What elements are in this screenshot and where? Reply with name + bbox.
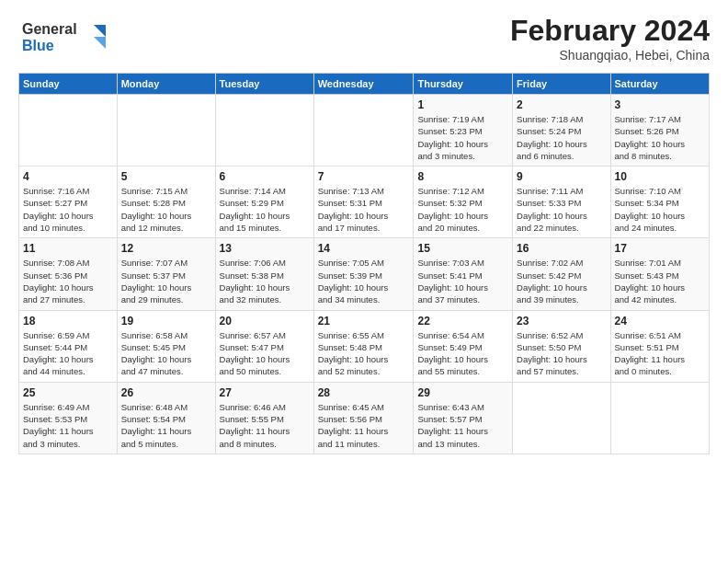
- calendar-cell: 2Sunrise: 7:18 AM Sunset: 5:24 PM Daylig…: [513, 95, 610, 167]
- col-saturday: Saturday: [610, 74, 709, 95]
- day-info: Sunrise: 6:54 AM Sunset: 5:49 PM Dayligh…: [417, 329, 508, 378]
- day-info: Sunrise: 7:11 AM Sunset: 5:33 PM Dayligh…: [517, 185, 606, 234]
- calendar-cell: 27Sunrise: 6:46 AM Sunset: 5:55 PM Dayli…: [215, 382, 313, 454]
- calendar-cell: 28Sunrise: 6:45 AM Sunset: 5:56 PM Dayli…: [313, 382, 414, 454]
- day-number: 27: [220, 386, 310, 399]
- day-info: Sunrise: 7:16 AM Sunset: 5:27 PM Dayligh…: [23, 185, 113, 234]
- svg-text:Blue: Blue: [22, 38, 54, 53]
- calendar-cell: 5Sunrise: 7:15 AM Sunset: 5:28 PM Daylig…: [117, 167, 215, 238]
- day-info: Sunrise: 7:02 AM Sunset: 5:42 PM Dayligh…: [517, 257, 606, 305]
- col-friday: Friday: [513, 74, 610, 95]
- day-number: 1: [417, 98, 508, 111]
- day-number: 12: [121, 242, 211, 255]
- location-subtitle: Shuangqiao, Hebei, China: [510, 48, 710, 63]
- day-info: Sunrise: 7:07 AM Sunset: 5:37 PM Dayligh…: [121, 257, 211, 305]
- day-info: Sunrise: 6:45 AM Sunset: 5:56 PM Dayligh…: [318, 401, 410, 450]
- svg-marker-3: [94, 37, 106, 49]
- col-wednesday: Wednesday: [313, 74, 414, 95]
- svg-text:General: General: [22, 21, 77, 37]
- day-info: Sunrise: 6:59 AM Sunset: 5:44 PM Dayligh…: [23, 329, 113, 378]
- calendar-cell: 14Sunrise: 7:05 AM Sunset: 5:39 PM Dayli…: [313, 238, 414, 310]
- day-number: 7: [318, 170, 410, 183]
- calendar-cell: [313, 95, 414, 167]
- day-info: Sunrise: 7:14 AM Sunset: 5:29 PM Dayligh…: [220, 185, 310, 234]
- calendar-cell: 11Sunrise: 7:08 AM Sunset: 5:36 PM Dayli…: [19, 238, 118, 310]
- calendar-week-0: 1Sunrise: 7:19 AM Sunset: 5:23 PM Daylig…: [19, 95, 710, 167]
- calendar-table: Sunday Monday Tuesday Wednesday Thursday…: [18, 73, 710, 454]
- calendar-cell: [215, 95, 313, 167]
- logo-content: General Blue: [18, 14, 119, 63]
- day-info: Sunrise: 7:06 AM Sunset: 5:38 PM Dayligh…: [220, 257, 310, 305]
- calendar-cell: 19Sunrise: 6:58 AM Sunset: 5:45 PM Dayli…: [117, 310, 215, 382]
- calendar-cell: 25Sunrise: 6:49 AM Sunset: 5:53 PM Dayli…: [19, 382, 118, 454]
- calendar-cell: [513, 382, 610, 454]
- day-number: 6: [220, 170, 310, 183]
- day-info: Sunrise: 6:52 AM Sunset: 5:50 PM Dayligh…: [517, 329, 606, 378]
- day-info: Sunrise: 6:58 AM Sunset: 5:45 PM Dayligh…: [121, 329, 211, 378]
- calendar-cell: [610, 382, 709, 454]
- day-number: 28: [318, 386, 410, 399]
- day-info: Sunrise: 6:43 AM Sunset: 5:57 PM Dayligh…: [417, 401, 508, 450]
- calendar-body: 1Sunrise: 7:19 AM Sunset: 5:23 PM Daylig…: [19, 95, 710, 454]
- day-number: 10: [615, 170, 705, 183]
- page-header: General Blue February 2024 Shuangqiao, H…: [18, 14, 710, 63]
- day-info: Sunrise: 7:18 AM Sunset: 5:24 PM Dayligh…: [517, 113, 606, 162]
- calendar-cell: 15Sunrise: 7:03 AM Sunset: 5:41 PM Dayli…: [414, 238, 513, 310]
- day-number: 17: [615, 242, 705, 255]
- svg-marker-2: [94, 25, 106, 37]
- day-info: Sunrise: 7:03 AM Sunset: 5:41 PM Dayligh…: [417, 257, 508, 305]
- day-number: 4: [23, 170, 113, 183]
- calendar-cell: 7Sunrise: 7:13 AM Sunset: 5:31 PM Daylig…: [313, 167, 414, 238]
- day-info: Sunrise: 7:17 AM Sunset: 5:26 PM Dayligh…: [615, 113, 705, 162]
- day-number: 5: [121, 170, 211, 183]
- day-info: Sunrise: 6:46 AM Sunset: 5:55 PM Dayligh…: [220, 401, 310, 450]
- day-number: 20: [220, 315, 310, 327]
- day-info: Sunrise: 7:19 AM Sunset: 5:23 PM Dayligh…: [417, 113, 508, 162]
- day-info: Sunrise: 7:15 AM Sunset: 5:28 PM Dayligh…: [121, 185, 211, 234]
- logo: General Blue: [18, 14, 119, 63]
- calendar-week-2: 11Sunrise: 7:08 AM Sunset: 5:36 PM Dayli…: [19, 238, 710, 310]
- day-number: 23: [517, 315, 606, 327]
- calendar-cell: 12Sunrise: 7:07 AM Sunset: 5:37 PM Dayli…: [117, 238, 215, 310]
- day-info: Sunrise: 7:01 AM Sunset: 5:43 PM Dayligh…: [615, 257, 705, 305]
- day-info: Sunrise: 6:49 AM Sunset: 5:53 PM Dayligh…: [23, 401, 113, 450]
- day-number: 19: [121, 315, 211, 327]
- day-number: 16: [517, 242, 606, 255]
- col-sunday: Sunday: [19, 74, 118, 95]
- col-monday: Monday: [117, 74, 215, 95]
- day-info: Sunrise: 6:51 AM Sunset: 5:51 PM Dayligh…: [615, 329, 705, 378]
- title-block: February 2024 Shuangqiao, Hebei, China: [510, 14, 710, 63]
- day-number: 15: [417, 242, 508, 255]
- day-info: Sunrise: 7:05 AM Sunset: 5:39 PM Dayligh…: [318, 257, 410, 305]
- calendar-cell: 8Sunrise: 7:12 AM Sunset: 5:32 PM Daylig…: [414, 167, 513, 238]
- calendar-week-3: 18Sunrise: 6:59 AM Sunset: 5:44 PM Dayli…: [19, 310, 710, 382]
- day-number: 21: [318, 315, 410, 327]
- page-container: General Blue February 2024 Shuangqiao, H…: [0, 0, 728, 464]
- calendar-week-1: 4Sunrise: 7:16 AM Sunset: 5:27 PM Daylig…: [19, 167, 710, 238]
- day-info: Sunrise: 6:57 AM Sunset: 5:47 PM Dayligh…: [220, 329, 310, 378]
- day-info: Sunrise: 7:10 AM Sunset: 5:34 PM Dayligh…: [615, 185, 705, 234]
- calendar-cell: 9Sunrise: 7:11 AM Sunset: 5:33 PM Daylig…: [513, 167, 610, 238]
- day-number: 25: [23, 386, 113, 399]
- calendar-cell: 23Sunrise: 6:52 AM Sunset: 5:50 PM Dayli…: [513, 310, 610, 382]
- calendar-cell: 13Sunrise: 7:06 AM Sunset: 5:38 PM Dayli…: [215, 238, 313, 310]
- month-title: February 2024: [510, 14, 710, 48]
- day-number: 9: [517, 170, 606, 183]
- calendar-cell: 6Sunrise: 7:14 AM Sunset: 5:29 PM Daylig…: [215, 167, 313, 238]
- day-info: Sunrise: 6:48 AM Sunset: 5:54 PM Dayligh…: [121, 401, 211, 450]
- calendar-cell: 10Sunrise: 7:10 AM Sunset: 5:34 PM Dayli…: [610, 167, 709, 238]
- calendar-week-4: 25Sunrise: 6:49 AM Sunset: 5:53 PM Dayli…: [19, 382, 710, 454]
- calendar-cell: 17Sunrise: 7:01 AM Sunset: 5:43 PM Dayli…: [610, 238, 709, 310]
- day-number: 24: [615, 315, 705, 327]
- calendar-cell: 29Sunrise: 6:43 AM Sunset: 5:57 PM Dayli…: [414, 382, 513, 454]
- day-number: 18: [23, 315, 113, 327]
- col-thursday: Thursday: [414, 74, 513, 95]
- calendar-cell: [19, 95, 118, 167]
- logo-svg: General Blue: [18, 14, 119, 60]
- header-row: Sunday Monday Tuesday Wednesday Thursday…: [19, 74, 710, 95]
- day-info: Sunrise: 6:55 AM Sunset: 5:48 PM Dayligh…: [318, 329, 410, 378]
- day-info: Sunrise: 7:12 AM Sunset: 5:32 PM Dayligh…: [417, 185, 508, 234]
- col-tuesday: Tuesday: [215, 74, 313, 95]
- calendar-cell: 24Sunrise: 6:51 AM Sunset: 5:51 PM Dayli…: [610, 310, 709, 382]
- day-info: Sunrise: 7:08 AM Sunset: 5:36 PM Dayligh…: [23, 257, 113, 305]
